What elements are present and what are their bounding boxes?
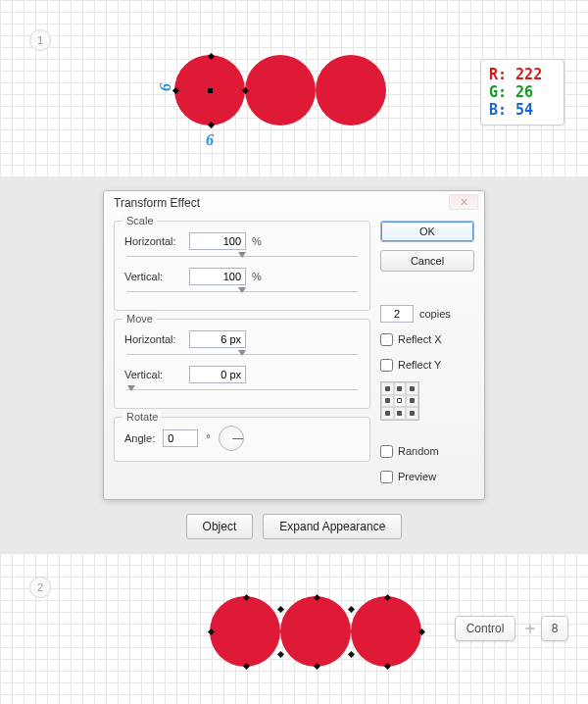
cancel-button[interactable]: Cancel — [380, 250, 474, 272]
move-vertical-label: Vertical: — [124, 369, 183, 380]
reflect-x-checkbox[interactable] — [380, 333, 393, 346]
rgb-g: G: 26 — [489, 83, 556, 101]
reflect-x-label: Reflect X — [398, 333, 442, 345]
dialog-titlebar[interactable]: Transform Effect ✕ — [104, 191, 484, 215]
group-rotate-legend: Rotate — [122, 411, 162, 423]
step-badge-1: 1 — [29, 29, 51, 51]
rgb-readout: R: 222 G: 26 B: 54 — [480, 59, 564, 126]
reflect-y-label: Reflect Y — [398, 359, 441, 371]
transform-effect-dialog: Transform Effect ✕ Scale Horizontal: % V… — [103, 190, 485, 500]
p2-anchor[interactable] — [277, 606, 284, 613]
rotate-angle-input[interactable] — [163, 429, 198, 447]
dialog-zone: Transform Effect ✕ Scale Horizontal: % V… — [0, 176, 588, 553]
group-rotate: Rotate Angle: ° — [114, 417, 370, 462]
anchor-center[interactable] — [208, 88, 213, 93]
scale-horizontal-input[interactable] — [189, 232, 246, 250]
panel-step-1: 1 6 6 R: 222 G: 26 B: 54 — [0, 0, 588, 176]
scale-horizontal-label: Horizontal: — [124, 235, 183, 247]
rgb-b: B: 54 — [489, 101, 556, 119]
preview-label: Preview — [398, 471, 436, 482]
panel-step-2: 2 Control + 8 — [0, 553, 588, 704]
rotate-angle-dial[interactable] — [219, 426, 244, 451]
close-icon[interactable]: ✕ — [449, 194, 478, 210]
circle-merged-3[interactable] — [351, 596, 421, 667]
circle-merged-1[interactable] — [210, 596, 280, 667]
circle-2 — [245, 55, 316, 126]
circle-3 — [316, 55, 386, 126]
keycap-control: Control — [455, 616, 515, 641]
group-scale: Scale Horizontal: % Vertical: % — [114, 221, 370, 311]
preview-checkbox[interactable] — [380, 471, 393, 483]
object-button[interactable]: Object — [186, 514, 254, 539]
transform-origin-grid[interactable] — [380, 381, 419, 421]
move-vertical-input[interactable] — [189, 366, 246, 383]
scale-horizontal-slider[interactable] — [126, 253, 358, 261]
scale-vertical-unit: % — [252, 271, 270, 282]
p2-anchor[interactable] — [348, 651, 355, 658]
reflect-y-checkbox[interactable] — [380, 359, 393, 372]
copies-input[interactable] — [380, 305, 414, 323]
scale-vertical-input[interactable] — [189, 268, 246, 285]
move-horizontal-input[interactable] — [189, 330, 246, 348]
menu-path-buttons: Object Expand Appearance — [186, 514, 403, 539]
random-checkbox[interactable] — [380, 445, 393, 458]
dimension-label-horizontal: 6 — [206, 131, 214, 149]
move-horizontal-label: Horizontal: — [124, 333, 183, 345]
move-horizontal-slider[interactable] — [126, 351, 358, 359]
rgb-r: R: 222 — [489, 66, 556, 83]
plus-icon: + — [521, 620, 539, 637]
circle-merged-2[interactable] — [280, 596, 351, 667]
keycap-8: 8 — [541, 616, 568, 641]
step-badge-2: 2 — [29, 577, 51, 598]
rotate-angle-label: Angle: — [124, 432, 155, 444]
dialog-title: Transform Effect — [114, 196, 200, 210]
ok-button[interactable]: OK — [380, 221, 474, 242]
scale-vertical-label: Vertical: — [124, 271, 183, 282]
group-scale-legend: Scale — [122, 215, 158, 226]
random-label: Random — [398, 445, 439, 457]
scale-vertical-slider[interactable] — [126, 288, 358, 296]
group-move-legend: Move — [122, 313, 157, 325]
p2-anchor[interactable] — [277, 651, 284, 658]
p2-anchor[interactable] — [348, 606, 355, 613]
rotate-angle-unit: ° — [206, 432, 210, 444]
scale-horizontal-unit: % — [252, 235, 270, 247]
group-move: Move Horizontal: Vertical: — [114, 319, 370, 409]
dimension-label-vertical: 6 — [157, 83, 174, 91]
copies-label: copies — [419, 308, 451, 320]
expand-appearance-button[interactable]: Expand Appearance — [263, 514, 402, 539]
move-vertical-slider[interactable] — [126, 386, 358, 394]
